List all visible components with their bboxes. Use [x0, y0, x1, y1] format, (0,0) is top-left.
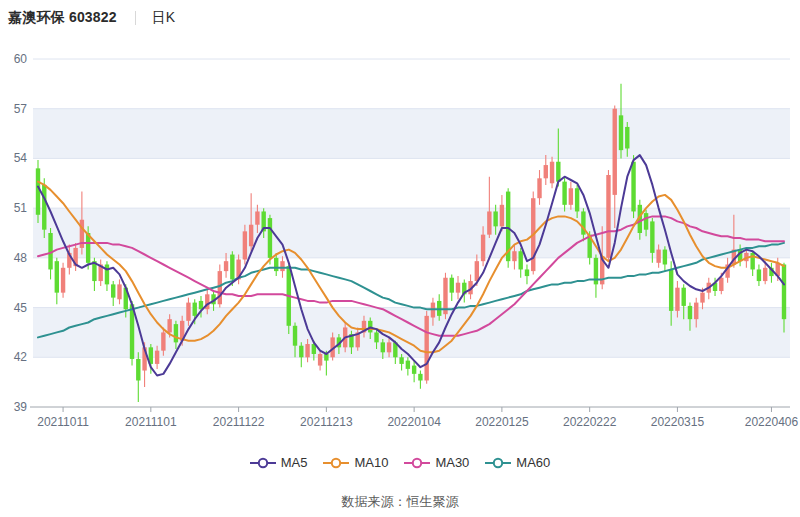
candle [61, 263, 65, 298]
y-axis-label: 39 [14, 400, 28, 414]
y-axis-label: 57 [14, 102, 28, 116]
x-axis-label: 20211011 [37, 415, 89, 429]
candle-body [406, 361, 410, 369]
candle-body [55, 261, 59, 292]
y-axis-label: 48 [14, 251, 28, 265]
kline-chart: 3942454851545760202110112021110120211122… [0, 26, 800, 456]
x-axis-label: 20211213 [300, 415, 353, 429]
candle-body [512, 251, 516, 261]
candle-body [61, 268, 65, 293]
candle-body [631, 162, 635, 212]
candle-body [280, 261, 284, 271]
price-bands [33, 109, 790, 358]
candle-body [399, 357, 403, 364]
candle-body [619, 115, 623, 150]
x-axis-label: 20211122 [213, 415, 265, 429]
stock-title: 嘉澳环保 603822 [8, 9, 117, 27]
candle-body [700, 293, 704, 303]
candle [287, 264, 291, 334]
candle-body [544, 165, 548, 178]
candle-body [650, 221, 654, 252]
candle-body [230, 255, 234, 280]
period-tab-daily-k[interactable]: 日K [152, 9, 175, 27]
candle-body [550, 162, 554, 184]
candle-body [556, 162, 560, 182]
candle [36, 160, 40, 223]
ma-legend: MA5MA10MA30MA60 [0, 455, 800, 470]
candle-body [42, 185, 46, 230]
x-axis-labels: 2021101120211101202111222021121320220104… [37, 415, 798, 429]
candle-body [105, 264, 109, 284]
candle-body [381, 342, 385, 352]
y-axis-label: 54 [14, 151, 28, 165]
legend-item-ma30[interactable]: MA30 [404, 455, 469, 470]
candle-body [782, 264, 786, 319]
candle-body [656, 250, 660, 263]
candle [117, 279, 121, 304]
candle-body [117, 284, 121, 299]
candle-body [167, 319, 171, 332]
candle-body [186, 303, 190, 321]
candle [450, 274, 454, 301]
candle-body [694, 303, 698, 320]
candle-body [111, 284, 115, 297]
candle-body [669, 269, 673, 310]
y-axis-label: 51 [14, 201, 28, 215]
candle-body [606, 175, 610, 258]
y-axis-label: 45 [14, 301, 28, 315]
candle-body [569, 188, 573, 205]
candle-body [613, 109, 617, 195]
ma60-legend-icon [485, 456, 511, 470]
x-axis-label: 20220125 [475, 415, 529, 429]
candle [111, 281, 115, 306]
candle [606, 170, 610, 261]
candle [299, 342, 303, 367]
candle [757, 264, 761, 286]
candle [544, 155, 548, 185]
candle [80, 192, 84, 255]
candle [663, 246, 667, 271]
x-axis-label: 20211101 [125, 415, 177, 429]
candle [136, 352, 140, 402]
x-axis [30, 407, 790, 412]
candle [569, 182, 573, 210]
candle-body [412, 366, 416, 374]
candle-body [675, 288, 679, 311]
legend-item-ma10[interactable]: MA10 [323, 455, 388, 470]
candle [594, 255, 598, 298]
ma5-legend-icon [250, 456, 276, 470]
candle [98, 260, 102, 287]
candle [525, 264, 529, 284]
candle [519, 248, 523, 278]
candle-body [255, 211, 259, 224]
candle-body [493, 211, 497, 226]
candle [55, 258, 59, 304]
candle-body [519, 251, 523, 269]
candle-body [387, 342, 391, 352]
x-axis-label: 20220104 [387, 415, 441, 429]
candle-body [537, 178, 541, 198]
x-axis-label: 20220222 [563, 415, 617, 429]
legend-item-ma60[interactable]: MA60 [485, 455, 550, 470]
candle-body [136, 359, 140, 381]
y-axis-label: 42 [14, 350, 28, 364]
candle [443, 273, 447, 319]
candle-body [663, 250, 667, 265]
candle-body [174, 324, 178, 342]
candle-body [293, 326, 297, 346]
candle [406, 357, 410, 375]
candle-body [487, 211, 491, 234]
candle-body [374, 332, 378, 342]
ma30-legend-icon [404, 456, 430, 470]
candle-body [681, 288, 685, 306]
candle [418, 371, 422, 389]
candle-body [305, 344, 309, 357]
legend-label: MA5 [281, 455, 308, 470]
candle-body [719, 278, 723, 291]
ma10-legend-icon [323, 456, 349, 470]
candle-body [249, 225, 253, 247]
candle [105, 261, 109, 291]
candle-body [525, 269, 529, 276]
legend-item-ma5[interactable]: MA5 [250, 455, 308, 470]
chart-header: 嘉澳环保 603822 日K [8, 8, 175, 28]
